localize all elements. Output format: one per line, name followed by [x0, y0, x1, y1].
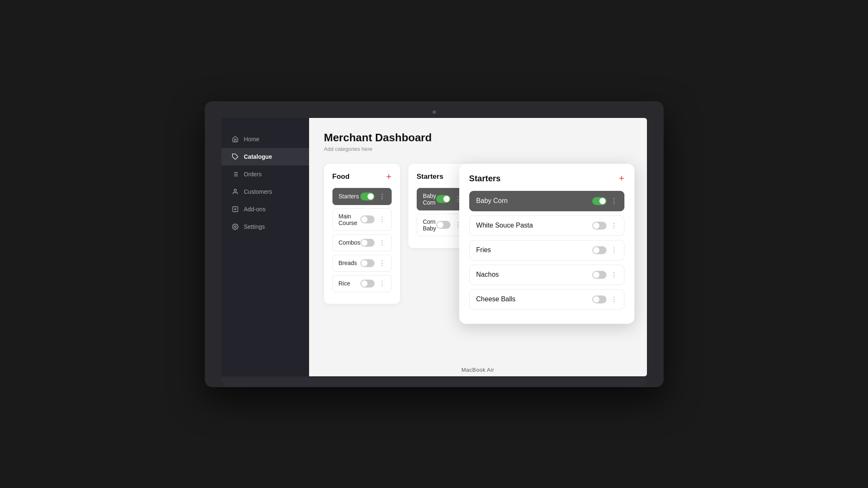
sidebar-label-home: Home: [244, 136, 259, 143]
popup-label-fries: Fries: [476, 246, 491, 254]
popup-nachos-controls: ⋮: [592, 271, 617, 279]
starters-label-baby-corn: Baby Corn: [423, 193, 436, 206]
popup-pasta-toggle[interactable]: [592, 222, 606, 230]
popup-label-nachos: Nachos: [476, 271, 499, 278]
sidebar-item-catalogue[interactable]: Catalogue: [221, 148, 309, 165]
baby-corn-controls: ⋮: [436, 195, 461, 203]
popup-item-white-souce-pasta[interactable]: White Souce Pasta ⋮: [469, 215, 624, 236]
popup-nachos-dots[interactable]: ⋮: [611, 271, 617, 279]
brand-model: Air: [487, 367, 494, 373]
main-course-toggle[interactable]: [360, 215, 375, 223]
svg-point-7: [234, 189, 236, 191]
starters-label-corn-baby: Corn Baby: [423, 218, 436, 232]
addons-icon: [231, 205, 239, 213]
main-content: Merchant Dashboard Add categories here F…: [309, 118, 647, 376]
main-course-controls: ⋮: [360, 215, 385, 223]
popup-item-nachos[interactable]: Nachos ⋮: [469, 265, 624, 285]
starters-toggle[interactable]: [360, 193, 375, 200]
catalogue-icon: [231, 153, 239, 160]
category-row-combos[interactable]: Combos ⋮: [332, 234, 392, 251]
screen: Home Catalogue Orders Customers: [221, 118, 647, 376]
popup-cheese-balls-toggle[interactable]: [592, 295, 606, 303]
sidebar-item-settings[interactable]: Settings: [221, 218, 309, 235]
breads-dots-button[interactable]: ⋮: [379, 259, 385, 267]
popup-item-baby-corn[interactable]: Baby Corn ⋮: [469, 191, 624, 211]
popup-nachos-toggle[interactable]: [592, 271, 606, 279]
sidebar: Home Catalogue Orders Customers: [221, 118, 309, 376]
orders-icon: [231, 170, 239, 178]
category-label-main-course: Main Course: [339, 213, 360, 226]
corn-baby-toggle[interactable]: [436, 221, 450, 229]
page-subtitle: Add categories here: [324, 146, 632, 152]
category-row-breads[interactable]: Breads ⋮: [332, 255, 392, 272]
sidebar-label-settings: Settings: [244, 223, 265, 230]
popup-cheese-balls-dots[interactable]: ⋮: [611, 295, 617, 303]
svg-point-11: [234, 226, 236, 228]
home-icon: [231, 135, 239, 143]
sidebar-item-customers[interactable]: Customers: [221, 183, 309, 200]
laptop-bottom: [221, 378, 647, 387]
popup-add-button[interactable]: +: [619, 174, 624, 183]
customers-icon: [231, 188, 239, 195]
category-row-main-course[interactable]: Main Course ⋮: [332, 208, 392, 231]
corn-baby-controls: ⋮: [436, 221, 461, 229]
rice-toggle[interactable]: [360, 280, 375, 288]
popup-fries-toggle[interactable]: [592, 246, 606, 254]
main-course-dots-button[interactable]: ⋮: [379, 215, 385, 223]
sidebar-item-addons[interactable]: Add-ons: [221, 200, 309, 218]
popup-panel-title: Starters: [469, 174, 501, 183]
combos-dots-button[interactable]: ⋮: [379, 239, 385, 247]
combos-toggle[interactable]: [360, 239, 375, 247]
rice-dots-button[interactable]: ⋮: [379, 280, 385, 288]
popup-wrapper: Starters + Baby Corn ⋮: [484, 164, 634, 324]
sidebar-item-home[interactable]: Home: [221, 130, 309, 148]
brand-macbook: MacBook: [461, 367, 486, 373]
camera-dot: [433, 110, 436, 114]
popup-baby-corn-controls: ⋮: [592, 197, 617, 205]
popup-label-baby-corn: Baby Corn: [476, 197, 508, 205]
popup-pasta-dots[interactable]: ⋮: [611, 222, 617, 230]
popup-item-cheese-balls[interactable]: Cheese Balls ⋮: [469, 289, 624, 310]
cards-row: Food + Starters ⋮ Main Course: [324, 164, 632, 324]
category-label-starters: Starters: [339, 193, 359, 200]
page-title: Merchant Dashboard: [324, 131, 632, 144]
category-row-rice[interactable]: Rice ⋮: [332, 275, 392, 292]
popup-label-white-souce-pasta: White Souce Pasta: [476, 222, 533, 229]
rice-controls: ⋮: [360, 280, 385, 288]
popup-fries-controls: ⋮: [592, 246, 617, 254]
popup-baby-corn-toggle[interactable]: [592, 197, 606, 205]
popup-cheese-balls-controls: ⋮: [592, 295, 617, 303]
category-label-breads: Breads: [339, 260, 357, 266]
macbook-brand: MacBook Air: [461, 367, 494, 373]
combos-controls: ⋮: [360, 239, 385, 247]
sidebar-item-orders[interactable]: Orders: [221, 165, 309, 183]
sidebar-label-catalogue: Catalogue: [244, 153, 272, 160]
sidebar-label-customers: Customers: [244, 188, 272, 195]
popup-item-fries[interactable]: Fries ⋮: [469, 240, 624, 260]
settings-icon: [231, 223, 239, 230]
sidebar-label-addons: Add-ons: [244, 206, 266, 213]
food-add-button[interactable]: +: [386, 172, 392, 181]
food-panel-title: Food: [332, 173, 350, 181]
category-label-rice: Rice: [339, 280, 350, 287]
sidebar-label-orders: Orders: [244, 171, 262, 178]
baby-corn-toggle[interactable]: [436, 195, 450, 203]
popup-panel: Starters + Baby Corn ⋮: [459, 164, 634, 324]
breads-controls: ⋮: [360, 259, 385, 267]
category-label-combos: Combos: [339, 239, 360, 246]
popup-label-cheese-balls: Cheese Balls: [476, 295, 516, 303]
popup-pasta-controls: ⋮: [592, 222, 617, 230]
food-panel: Food + Starters ⋮ Main Course: [324, 164, 400, 304]
popup-baby-corn-dots[interactable]: ⋮: [611, 197, 617, 205]
laptop-shell: Home Catalogue Orders Customers: [205, 101, 664, 387]
starters-panel-title: Starters: [417, 173, 443, 181]
popup-fries-dots[interactable]: ⋮: [611, 246, 617, 254]
popup-panel-header: Starters +: [469, 174, 624, 183]
starters-controls: ⋮: [360, 193, 385, 200]
food-panel-header: Food +: [332, 172, 392, 181]
breads-toggle[interactable]: [360, 259, 375, 267]
category-row-starters[interactable]: Starters ⋮: [332, 188, 392, 205]
starters-dots-button[interactable]: ⋮: [379, 193, 385, 200]
